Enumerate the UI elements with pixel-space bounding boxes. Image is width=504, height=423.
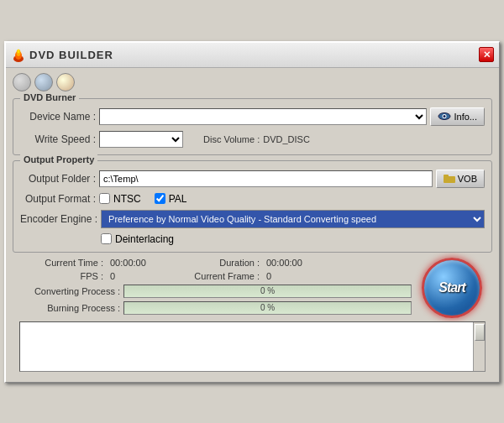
svg-rect-7: [444, 176, 455, 183]
start-button[interactable]: Start: [422, 258, 482, 318]
vob-button[interactable]: VOB: [436, 170, 485, 188]
current-frame-value: 0: [266, 271, 271, 281]
left-stats: Current Time : 00:00:00 Duration : 00:00…: [19, 258, 412, 318]
pal-checkbox[interactable]: [155, 193, 165, 204]
fps-value: 0: [110, 271, 177, 281]
burning-progress-bar: 0 %: [123, 301, 412, 315]
current-time-value: 00:00:00: [110, 258, 177, 268]
output-format-label: Output Format :: [20, 193, 96, 205]
burning-process-row: Burning Process : 0 %: [19, 301, 412, 315]
folder-icon: [444, 174, 455, 183]
title-bar-left: DVD BUILDER: [11, 47, 113, 62]
dvd-burner-group: DVD Burner Device Name : In: [13, 98, 492, 155]
vob-btn-label: VOB: [458, 174, 477, 184]
svg-point-3: [18, 50, 20, 54]
dvd-burner-label: DVD Burner: [20, 92, 79, 102]
pal-label: PAL: [169, 193, 187, 205]
device-name-label: Device Name :: [20, 111, 96, 123]
window-controls: [6, 68, 499, 97]
pal-item: PAL: [155, 193, 187, 205]
output-property-group: Output Property Output Folder : VOB Outp…: [13, 160, 492, 253]
output-folder-input[interactable]: [99, 170, 433, 187]
eye-icon: [438, 112, 451, 121]
info-button[interactable]: Info...: [430, 107, 485, 126]
info-btn-label: Info...: [454, 112, 477, 122]
title-bar: DVD BUILDER ✕: [6, 43, 499, 68]
svg-point-6: [444, 115, 446, 118]
ntsc-checkbox[interactable]: [99, 193, 110, 204]
output-property-label: Output Property: [20, 154, 97, 164]
ntsc-item: NTSC: [99, 193, 141, 205]
log-scrollbar[interactable]: [473, 322, 485, 371]
disc-volume-value: DVD_DISC: [263, 134, 330, 144]
maximize-button[interactable]: [34, 73, 53, 91]
deinterlacing-checkbox[interactable]: [101, 233, 112, 244]
time-duration-row: Current Time : 00:00:00 Duration : 00:00…: [19, 258, 412, 268]
duration-label: Duration :: [184, 258, 260, 268]
content-area: DVD Burner Device Name : In: [6, 97, 499, 382]
write-speed-select[interactable]: [99, 131, 183, 148]
main-window: DVD BUILDER ✕ DVD Burner Device Name :: [4, 41, 500, 383]
converting-process-row: Converting Process : 0 %: [19, 285, 412, 298]
encoder-engine-select[interactable]: Preference by Normal Video Quality - Sta…: [101, 210, 485, 228]
current-time-label: Current Time :: [19, 258, 103, 268]
stats-and-start: Current Time : 00:00:00 Duration : 00:00…: [13, 258, 492, 318]
window-title: DVD BUILDER: [29, 49, 113, 61]
scrollbar-thumb: [475, 324, 485, 341]
close-button[interactable]: ✕: [479, 47, 494, 62]
ntsc-label: NTSC: [113, 193, 141, 205]
dvd-builder-icon: [11, 47, 26, 62]
output-format-row: Output Format : NTSC PAL: [20, 193, 485, 205]
device-name-select[interactable]: [99, 108, 427, 125]
converting-progress-text: 0 %: [260, 286, 275, 295]
svg-rect-8: [444, 175, 449, 177]
output-folder-label: Output Folder :: [20, 173, 96, 185]
burning-progress-text: 0 %: [260, 303, 275, 312]
restore-button[interactable]: [56, 73, 75, 91]
device-name-row: Device Name : Info...: [20, 107, 485, 126]
burning-process-label: Burning Process :: [19, 303, 120, 313]
write-speed-row: Write Speed : Disc Volume : DVD_DISC: [20, 131, 485, 148]
write-speed-label: Write Speed :: [20, 133, 96, 145]
deinterlacing-label: Deinterlacing: [115, 233, 174, 245]
duration-value: 00:00:00: [266, 258, 302, 268]
start-button-area: Start: [418, 258, 486, 318]
current-frame-label: Current Frame :: [184, 271, 260, 281]
log-area: [19, 321, 486, 372]
converting-progress-bar: 0 %: [123, 285, 412, 298]
converting-process-label: Converting Process :: [19, 286, 120, 296]
encoder-engine-label: Encoder Engine :: [20, 213, 97, 225]
fps-label: FPS :: [19, 271, 103, 281]
encoder-engine-row: Encoder Engine : Preference by Normal Vi…: [20, 210, 485, 228]
minimize-button[interactable]: [13, 73, 31, 91]
format-checkboxes: NTSC PAL: [99, 193, 186, 205]
deinterlacing-row: Deinterlacing: [20, 233, 485, 245]
device-select-wrap: Info...: [99, 107, 485, 126]
disc-volume-label: Disc Volume :: [203, 134, 260, 144]
output-folder-row: Output Folder : VOB: [20, 170, 485, 188]
fps-frame-row: FPS : 0 Current Frame : 0: [19, 271, 412, 281]
